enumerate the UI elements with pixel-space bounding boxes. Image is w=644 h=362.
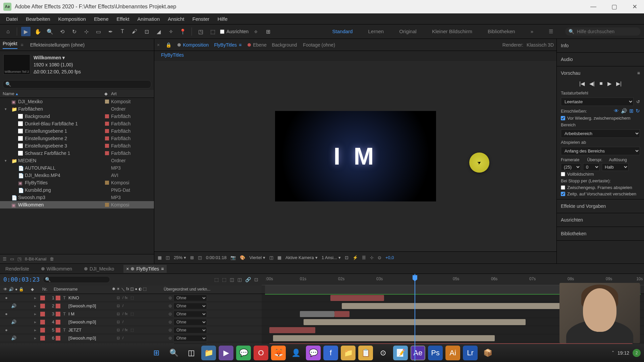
project-item[interactable]: 📄DJI_Mexiko.MP4AVI xyxy=(0,172,154,179)
visibility-toggle[interactable]: ● xyxy=(3,311,9,316)
layer-bar[interactable] xyxy=(342,303,560,309)
zoom-tool[interactable]: 🔍 xyxy=(45,27,55,36)
audio-icon[interactable]: 🔊 xyxy=(621,108,627,114)
roi-icon[interactable]: ◫ xyxy=(269,255,273,260)
timeline-icon[interactable]: ☰ xyxy=(362,255,366,260)
layer-bar[interactable] xyxy=(330,295,384,301)
prev-frame-icon[interactable]: ◀| xyxy=(589,80,595,87)
close-tab-icon[interactable]: × xyxy=(126,266,129,272)
pickwhip-icon[interactable]: ⊚ xyxy=(168,303,172,308)
tl-tool-icon[interactable]: ⬚ xyxy=(222,277,226,282)
pickwhip-icon[interactable]: ⊚ xyxy=(168,327,172,333)
selection-tool[interactable]: ▶ xyxy=(21,27,31,36)
switch-header-icon[interactable]: ◫ xyxy=(130,287,134,292)
parent-select[interactable]: Ohne xyxy=(173,311,207,317)
color-tag[interactable] xyxy=(105,195,109,199)
close-tab-icon[interactable]: × xyxy=(157,42,160,48)
help-search-input[interactable] xyxy=(577,29,637,34)
opera-icon[interactable]: O xyxy=(254,346,268,360)
layer-name[interactable]: [Swoosh.mp3] xyxy=(68,319,115,324)
mask-icon[interactable]: ◫ xyxy=(166,255,170,260)
tl-tool-icon[interactable]: ⊡ xyxy=(254,277,258,282)
reset-icon[interactable]: ↺ xyxy=(636,99,640,104)
start-icon[interactable]: ⊞ xyxy=(149,346,164,360)
playhead[interactable] xyxy=(415,274,415,361)
project-item[interactable]: 📄Kursbild.pngPNG-Dat xyxy=(0,186,154,194)
bit-depth-button[interactable]: 8-Bit-Kanal xyxy=(25,256,46,261)
aftereffects-icon[interactable]: Ae xyxy=(411,346,425,360)
project-item[interactable]: Einstellungsebene 3Farbfläch xyxy=(0,142,154,149)
app-icon[interactable]: ▶ xyxy=(219,346,233,360)
shortcut-select[interactable]: Leertaste xyxy=(561,98,634,106)
workspace-standard[interactable]: Standard xyxy=(330,27,356,36)
tl-tool-icon[interactable]: ⬚ xyxy=(214,277,219,282)
menu-animation[interactable]: Animation xyxy=(134,15,163,23)
workspace-more-icon[interactable]: » xyxy=(528,27,536,36)
tab-effect-controls[interactable]: Effekteinstellungen (ohne) xyxy=(30,42,85,48)
snap-toggle-icon[interactable]: ⟐ xyxy=(251,27,261,36)
project-item[interactable]: 📄AUTOUNFALLMP3 xyxy=(0,164,154,172)
pickwhip-icon[interactable]: ⊚ xyxy=(168,336,172,341)
switch-header-icon[interactable]: fx xyxy=(126,287,129,292)
project-item[interactable]: ▣FlyByTitlesKomposi xyxy=(0,179,154,186)
movetime-checkbox[interactable] xyxy=(561,192,565,196)
solo-header-icon[interactable]: ● xyxy=(15,287,17,292)
fullscreen-checkbox[interactable] xyxy=(561,172,565,176)
app-icon[interactable]: 📋 xyxy=(358,346,373,360)
rect-tool[interactable]: ▭ xyxy=(94,27,103,36)
color-tag[interactable] xyxy=(105,114,109,118)
app-icon[interactable]: 📦 xyxy=(480,346,495,360)
twisty-icon[interactable]: ▸ xyxy=(34,336,39,341)
messenger-icon[interactable]: 💬 xyxy=(306,346,321,360)
project-item[interactable]: Einstellungsebene 1Farbfläch xyxy=(0,127,154,135)
layer-row[interactable]: ●▸1TKINO⊡/fx⬚⊚Ohne xyxy=(0,294,262,302)
panel-preview[interactable]: Vorschau≡ xyxy=(561,68,640,78)
puppet-tool[interactable]: 📍 xyxy=(178,27,187,36)
col-tag-header[interactable]: ◆ xyxy=(104,91,111,96)
viewer-breadcrumb[interactable]: FlyByTitles xyxy=(154,51,556,61)
switch-header-icon[interactable]: ⬚ xyxy=(143,287,147,292)
playfrom-select[interactable]: Anfang des Bereichs xyxy=(561,147,640,155)
lightroom-icon[interactable]: Lr xyxy=(463,346,478,360)
layer-row[interactable]: 🔊▸6[Swoosh.mp3]⊡/⊚Ohne xyxy=(0,334,262,342)
layer-color-tag[interactable] xyxy=(40,312,45,316)
snap-icon[interactable]: ⬚ xyxy=(208,27,217,36)
comp-new-icon[interactable]: ◳ xyxy=(17,256,21,261)
switch-header-icon[interactable]: ☀ xyxy=(116,287,120,292)
cache-checkbox[interactable] xyxy=(561,116,565,120)
pickwhip-icon[interactable]: ⊚ xyxy=(168,319,172,324)
timecode-display[interactable]: 0:00:01:18 xyxy=(206,255,226,260)
color-tag[interactable] xyxy=(105,159,109,163)
taskview-icon[interactable]: ◫ xyxy=(184,346,199,360)
tab-project[interactable]: Projekt xyxy=(3,41,17,49)
project-item[interactable]: ▾📁MEDIENOrdner xyxy=(0,157,154,164)
eraser-tool[interactable]: ◢ xyxy=(154,27,163,36)
resolution-dropdown[interactable]: Viertel ▾ xyxy=(249,255,265,260)
color-tag[interactable] xyxy=(105,173,109,177)
cached-checkbox[interactable] xyxy=(561,185,565,190)
layer-name[interactable]: [Swoosh.mp3] xyxy=(68,336,115,341)
rotate-tool[interactable]: ↻ xyxy=(69,27,79,36)
folder-icon[interactable]: ▭ xyxy=(10,256,14,261)
close-button[interactable]: ✕ xyxy=(629,1,641,12)
project-search-input[interactable] xyxy=(3,80,151,88)
menu-fenster[interactable]: Fenster xyxy=(189,15,213,23)
color-tag[interactable] xyxy=(105,144,109,148)
parent-select[interactable]: Ohne xyxy=(173,335,207,342)
notification-badge[interactable]: 2 xyxy=(633,349,641,357)
twisty-icon[interactable]: ▸ xyxy=(34,327,39,333)
project-item[interactable]: 📄Swoosh.mp3MP3 xyxy=(0,194,154,201)
align-checkbox[interactable] xyxy=(220,29,224,34)
res-full-icon[interactable]: ⊞ xyxy=(190,255,194,260)
layer-color-tag[interactable] xyxy=(40,336,45,341)
play-icon[interactable]: ▶ xyxy=(607,80,611,87)
clock[interactable]: 19:12 xyxy=(618,350,629,356)
stop-icon[interactable]: ■ xyxy=(599,80,603,87)
layer-color-tag[interactable] xyxy=(40,304,45,308)
visibility-toggle[interactable]: ● xyxy=(3,327,9,333)
project-item[interactable]: Dunkel-Blau Farbfläche 1Farbfläch xyxy=(0,120,154,127)
switch-header-icon[interactable]: ✱ xyxy=(112,287,115,292)
color-tag[interactable] xyxy=(105,203,109,207)
notepad-icon[interactable]: 📝 xyxy=(393,346,408,360)
roto-tool[interactable]: ✧ xyxy=(166,27,175,36)
